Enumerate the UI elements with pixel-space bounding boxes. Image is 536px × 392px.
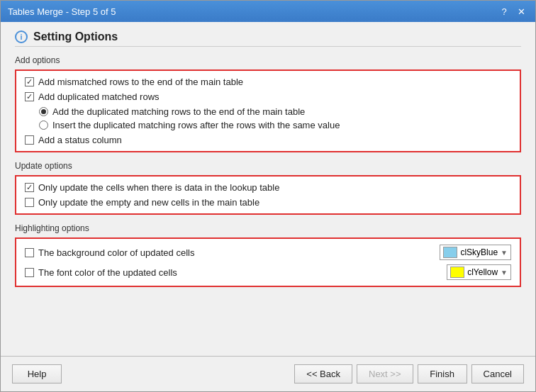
update-options-section: Update options Only update the cells whe… <box>15 161 521 215</box>
add-options-section: Add options Add mismatched rows to the e… <box>15 55 521 152</box>
help-button[interactable]: Help <box>12 364 62 383</box>
update-options-box: Only update the cells when there is data… <box>15 175 521 215</box>
bg-color-swatch <box>443 247 457 258</box>
font-color-checkbox[interactable] <box>25 268 34 277</box>
finish-button[interactable]: Finish <box>418 364 467 383</box>
radio-after-label: Insert the duplicated matching rows afte… <box>52 120 340 130</box>
radio-after-row: Insert the duplicated matching rows afte… <box>39 120 511 130</box>
info-icon: i <box>15 30 28 43</box>
update-empty-label: Only update the empty and new cells in t… <box>38 197 259 208</box>
radio-end-label: Add the duplicated matching rows to the … <box>52 106 305 117</box>
add-duplicated-checkbox[interactable] <box>25 92 34 101</box>
bg-color-name: clSkyBlue <box>460 247 498 257</box>
footer-right: << Back Next >> Finish Cancel <box>294 364 524 383</box>
bg-color-label: The background color of updated cells <box>38 247 194 258</box>
font-color-row: The font color of the updated cells clYe… <box>25 264 511 280</box>
page-header: i Setting Options <box>15 30 521 47</box>
font-color-label: The font color of the updated cells <box>38 267 177 278</box>
highlighting-options-box: The background color of updated cells cl… <box>15 237 521 287</box>
add-mismatched-row: Add mismatched rows to the end of the ma… <box>25 77 511 87</box>
highlighting-options-label: Highlighting options <box>15 223 521 233</box>
content-area: i Setting Options Add options Add mismat… <box>1 22 535 356</box>
font-color-name: clYellow <box>467 267 498 277</box>
add-status-checkbox[interactable] <box>25 135 34 145</box>
add-status-label: Add a status column <box>38 135 122 145</box>
title-bar: Tables Merge - Step 5 of 5 ? ✕ <box>1 1 535 22</box>
add-status-row: Add a status column <box>25 135 511 145</box>
font-color-arrow: ▼ <box>501 269 508 276</box>
add-duplicated-row: Add duplicated matched rows <box>25 91 511 102</box>
bg-color-row: The background color of updated cells cl… <box>25 245 511 260</box>
update-cells-label: Only update the cells when there is data… <box>38 182 279 193</box>
add-mismatched-label: Add mismatched rows to the end of the ma… <box>38 77 243 87</box>
font-color-swatch <box>450 267 464 278</box>
highlighting-options-section: Highlighting options The background colo… <box>15 223 521 287</box>
add-options-box: Add mismatched rows to the end of the ma… <box>15 69 521 152</box>
help-button[interactable]: ? <box>497 4 511 18</box>
bg-color-dropdown[interactable]: clSkyBlue ▼ <box>440 245 511 260</box>
update-cells-checkbox[interactable] <box>25 183 34 192</box>
footer: Help << Back Next >> Finish Cancel <box>1 356 535 391</box>
bg-color-arrow: ▼ <box>501 249 508 257</box>
font-color-left: The font color of the updated cells <box>25 267 177 278</box>
radio-end-input[interactable] <box>39 107 48 116</box>
bg-color-left: The background color of updated cells <box>25 247 194 258</box>
close-button[interactable]: ✕ <box>514 4 528 18</box>
font-color-right: clYellow ▼ <box>447 264 511 280</box>
title-bar-text: Tables Merge - Step 5 of 5 <box>8 6 116 17</box>
update-empty-row: Only update the empty and new cells in t… <box>25 197 511 208</box>
font-color-dropdown[interactable]: clYellow ▼ <box>447 264 511 280</box>
bg-color-checkbox[interactable] <box>25 248 34 257</box>
add-mismatched-checkbox[interactable] <box>25 77 34 86</box>
footer-left: Help <box>12 364 62 383</box>
add-options-label: Add options <box>15 55 521 65</box>
add-duplicated-label: Add duplicated matched rows <box>38 91 160 102</box>
radio-end-row: Add the duplicated matching rows to the … <box>39 106 511 117</box>
next-button[interactable]: Next >> <box>357 364 413 383</box>
duplicate-radio-group: Add the duplicated matching rows to the … <box>25 106 511 130</box>
update-options-label: Update options <box>15 161 521 171</box>
update-empty-checkbox[interactable] <box>25 198 34 207</box>
radio-after-input[interactable] <box>39 121 48 130</box>
title-bar-controls: ? ✕ <box>497 4 528 18</box>
dialog: Tables Merge - Step 5 of 5 ? ✕ i Setting… <box>0 0 536 392</box>
cancel-button[interactable]: Cancel <box>471 364 524 383</box>
page-title: Setting Options <box>33 30 118 43</box>
update-cells-row: Only update the cells when there is data… <box>25 182 511 193</box>
bg-color-right: clSkyBlue ▼ <box>440 245 511 260</box>
back-button[interactable]: << Back <box>294 364 352 383</box>
